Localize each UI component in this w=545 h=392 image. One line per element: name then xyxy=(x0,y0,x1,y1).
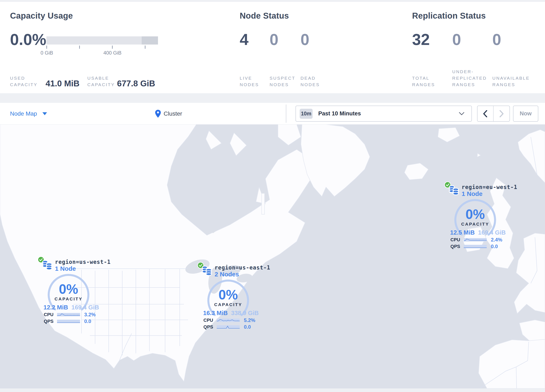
dead-nodes-label: DEAD NODES xyxy=(301,75,320,88)
qps-sparkline xyxy=(217,325,240,329)
cpu-metric-row: CPU 2.4% xyxy=(444,237,507,243)
total-capacity: 169.4 GiB xyxy=(71,304,99,311)
cpu-metric-row: CPU 3.2% xyxy=(37,312,100,317)
now-button[interactable]: Now xyxy=(513,106,538,122)
capacity-bar xyxy=(46,36,158,44)
node-map[interactable]: region=us-west-1 1 Node 0% CAPACITY 12.2… xyxy=(0,124,545,388)
live-nodes-count: 4 xyxy=(240,30,248,50)
qps-metric-row: QPS 0.0 xyxy=(444,244,507,249)
cpu-sparkline xyxy=(464,238,487,242)
qps-sparkline xyxy=(57,320,80,323)
capacity-percent: 0% xyxy=(444,206,507,222)
capacity-values: 12.2 MiB 169.4 GiB xyxy=(37,304,100,311)
database-nodes-icon xyxy=(448,184,460,196)
database-nodes-icon xyxy=(41,259,53,271)
node-count-label: 1 Node xyxy=(55,265,111,272)
region-marker-eu-west-1[interactable]: region=eu-west-1 1 Node 0% CAPACITY 12.5… xyxy=(444,182,507,251)
region-marker-header: region=us-west-1 1 Node xyxy=(55,259,111,272)
qps-label: QPS xyxy=(37,319,54,324)
capacity-axis-tick xyxy=(46,46,47,49)
replication-status-title: Replication Status xyxy=(412,11,486,20)
chevron-right-icon xyxy=(499,110,504,117)
cpu-value: 5.2% xyxy=(244,317,255,323)
used-capacity: 16.3 MiB xyxy=(203,310,228,317)
time-window-selector[interactable]: 10m Past 10 Minutes xyxy=(296,106,472,122)
capacity-axis-tick xyxy=(79,46,80,49)
toolbar-divider xyxy=(286,105,286,123)
capacity-label: CAPACITY xyxy=(197,302,260,307)
total-ranges-count: 32 xyxy=(412,30,430,50)
time-window-label: Past 10 Minutes xyxy=(318,110,361,117)
chevron-down-icon xyxy=(43,112,47,115)
cpu-label: CPU xyxy=(37,312,54,317)
node-status-title: Node Status xyxy=(240,11,289,20)
view-selector-label: Node Map xyxy=(10,110,37,117)
region-label: region=eu-west-1 xyxy=(462,184,517,190)
qps-metric-row: QPS 0.0 xyxy=(197,324,260,330)
used-capacity: 12.5 MiB xyxy=(450,229,475,236)
qps-metric-row: QPS 0.0 xyxy=(37,319,100,324)
qps-value: 0.0 xyxy=(491,244,498,249)
under-replicated-ranges-label: UNDER- REPLICATED RANGES xyxy=(452,68,487,88)
usable-capacity-label: USABLE CAPACITY xyxy=(87,75,115,88)
capacity-axis-tick xyxy=(145,46,145,49)
dead-nodes-count: 0 xyxy=(301,30,309,50)
region-marker-header: region=us-east-1 2 Nodes xyxy=(215,264,270,278)
under-replicated-ranges-count: 0 xyxy=(452,30,461,50)
next-time-window-button[interactable] xyxy=(494,106,510,121)
cpu-label: CPU xyxy=(197,317,213,323)
unavailable-ranges-count: 0 xyxy=(492,30,501,50)
capacity-used-percent: 0.0% xyxy=(10,30,46,50)
total-ranges-label: TOTAL RANGES xyxy=(412,75,435,88)
region-marker-header: region=eu-west-1 1 Node xyxy=(462,184,517,197)
capacity-label: CAPACITY xyxy=(444,222,507,227)
cpu-sparkline xyxy=(217,319,240,322)
map-pin-icon xyxy=(155,110,161,118)
previous-time-window-button[interactable] xyxy=(477,106,494,121)
total-capacity: 169.4 GiB xyxy=(478,229,506,236)
time-window-badge: 10m xyxy=(300,109,313,119)
capacity-percent: 0% xyxy=(37,281,100,297)
region-marker-us-east-1[interactable]: region=us-east-1 2 Nodes 0% CAPACITY 16.… xyxy=(197,262,260,331)
capacity-values: 12.5 MiB 169.4 GiB xyxy=(444,229,507,236)
database-nodes-icon xyxy=(201,265,213,277)
usable-capacity-value: 677.8 GiB xyxy=(117,79,155,88)
unavailable-ranges-label: UNAVAILABLE RANGES xyxy=(492,75,530,88)
breadcrumb-label: Cluster xyxy=(164,110,182,117)
breadcrumb[interactable]: Cluster xyxy=(155,103,182,124)
used-capacity-label: USED CAPACITY xyxy=(10,75,37,88)
qps-value: 0.0 xyxy=(244,324,251,330)
time-window-pager xyxy=(477,106,510,122)
cpu-label: CPU xyxy=(444,237,460,243)
region-label: region=us-east-1 xyxy=(215,264,270,271)
capacity-axis-label-0: 0 GiB xyxy=(41,50,53,56)
qps-label: QPS xyxy=(197,324,213,330)
region-label: region=us-west-1 xyxy=(55,259,111,265)
used-capacity: 12.2 MiB xyxy=(43,304,68,311)
view-selector-dropdown[interactable]: Node Map xyxy=(10,103,47,124)
live-nodes-label: LIVE NODES xyxy=(240,75,259,88)
capacity-axis-tick xyxy=(112,46,113,49)
qps-label: QPS xyxy=(444,244,460,249)
qps-sparkline xyxy=(464,245,487,248)
world-map xyxy=(0,124,545,388)
region-marker-us-west-1[interactable]: region=us-west-1 1 Node 0% CAPACITY 12.2… xyxy=(37,257,100,326)
cluster-summary-bar: Capacity Usage 0.0% 0 GiB 400 GiB USED C… xyxy=(0,2,545,93)
capacity-label: CAPACITY xyxy=(37,296,100,301)
node-count-label: 1 Node xyxy=(462,190,517,197)
capacity-bar-other-segment xyxy=(142,36,158,44)
capacity-percent: 0% xyxy=(197,287,260,303)
total-capacity: 338.9 GiB xyxy=(231,310,259,317)
capacity-axis-label-400: 400 GiB xyxy=(103,50,122,56)
suspect-nodes-count: 0 xyxy=(270,30,278,50)
cpu-value: 2.4% xyxy=(491,237,502,243)
chevron-down-icon xyxy=(459,112,464,115)
capacity-values: 16.3 MiB 338.9 GiB xyxy=(197,310,260,317)
map-toolbar: Node Map Cluster 10m Past 10 Minutes Now xyxy=(0,103,545,124)
used-capacity-value: 41.0 MiB xyxy=(46,79,79,88)
node-count-label: 2 Nodes xyxy=(215,271,270,278)
chevron-left-icon xyxy=(483,110,487,117)
cpu-sparkline xyxy=(57,313,80,316)
cpu-metric-row: CPU 5.2% xyxy=(197,317,260,323)
capacity-usage-title: Capacity Usage xyxy=(10,11,73,20)
